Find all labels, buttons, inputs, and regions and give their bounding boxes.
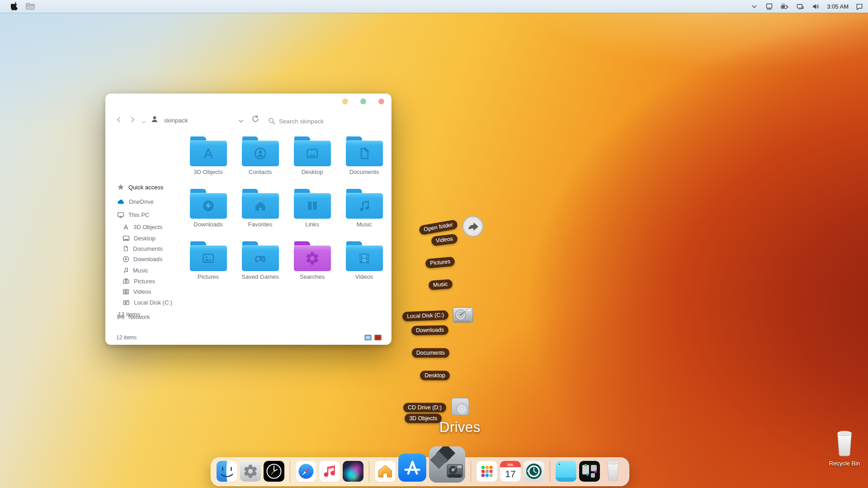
folder-label: Saved Games [241,273,278,280]
forward-button[interactable] [129,116,136,125]
folder-label: Documents [349,169,379,175]
folder-icon [346,189,383,219]
explorer-window: skinpack Quick accessOneDriveThis PC3D O… [105,94,392,345]
sidebar-item-label: Quick access [128,184,163,191]
chevron-down-icon[interactable] [750,3,758,10]
sidebar-item-pictures[interactable]: Pictures [123,277,155,286]
minimize-button[interactable] [342,99,348,104]
apple-menu-icon[interactable] [11,2,18,10]
address-chevron-down-icon[interactable] [238,117,244,126]
folder-videos[interactable]: Videos [340,241,389,294]
dock-drives-stack-icon[interactable] [429,446,465,483]
sidebar-item-label: 3D Objects [133,224,162,230]
sidebar-item-music[interactable]: Music [123,266,148,275]
dock-time-machine-icon[interactable] [524,461,544,482]
folder-contacts[interactable]: Contacts [236,136,285,189]
folder-desktop[interactable]: Desktop [288,136,337,189]
dock-calendar-icon[interactable]: JUL17 [500,461,521,482]
finder-folder-menu-icon[interactable] [26,3,35,10]
folder-documents[interactable]: Documents [340,136,389,189]
dock-stickies-icon[interactable] [556,461,576,482]
folder-icon [294,189,331,219]
folder-pictures[interactable]: Pictures [184,241,233,294]
display-icon[interactable] [796,3,805,10]
sidebar-item-downloads[interactable]: Downloads [123,254,162,263]
sidebar-item-label: Videos [133,288,151,295]
back-button[interactable] [115,116,123,125]
sidebar-item-3d-objects[interactable]: 3D Objects [123,222,162,231]
sidebar-item-this-pc[interactable]: This PC [117,210,149,219]
details-view-button[interactable] [364,334,372,343]
volume-icon[interactable] [811,3,820,10]
stack-item-cd-drive-d[interactable]: CD Drive (D:) [450,397,470,418]
folder-favorites[interactable]: Favorites [236,189,285,241]
dock-home-icon[interactable] [375,461,396,482]
folder-links[interactable]: Links [288,189,337,241]
folder-3d-objects[interactable]: 3D Objects [184,136,233,189]
close-button[interactable] [378,99,384,104]
dock-mission-control-icon[interactable] [579,461,600,482]
preview-item-count: 12 items [118,311,140,318]
stack-item-label: Music [429,279,453,291]
gear-glyph [294,245,331,271]
svg-text:JUL: JUL [507,463,514,467]
folder-icon [242,136,279,166]
document-icon [123,245,129,252]
folder-icon [294,136,331,166]
stack-item-label: Pictures [425,257,455,269]
search-icon [268,117,275,125]
dock-app-store-icon[interactable] [398,454,426,482]
dock-finder-icon[interactable] [217,461,237,482]
stack-item-local-disk-c[interactable]: Local Disk (C:) [453,305,473,326]
dock-clock-icon[interactable] [264,461,284,482]
stack-item-label: Videos [431,234,458,246]
menu-bar: 3:05 AM [0,0,868,13]
disk-icon [123,299,130,306]
zoom-button[interactable] [360,99,366,104]
folder-grid: 3D ObjectsContactsDesktopDocumentsDownlo… [182,136,390,294]
folder-label: Desktop [302,169,323,175]
dock-launchpad-icon[interactable] [476,461,497,482]
folder-music[interactable]: Music [340,189,389,241]
refresh-icon[interactable] [251,115,259,125]
sidebar-item-documents[interactable]: Documents [123,244,163,253]
battery-icon[interactable] [780,3,789,10]
folder-icon [190,136,227,166]
sidebar-item-desktop[interactable]: Desktop [123,234,156,243]
tray-clock[interactable]: 3:05 AM [827,3,849,10]
dock-settings-icon[interactable] [240,461,261,482]
folder-icon [190,241,227,271]
house-glyph [242,193,279,219]
dock-trash-icon[interactable] [603,459,623,482]
breadcrumb[interactable]: skinpack [164,117,188,124]
recycle-bin[interactable]: Recycle Bin [817,429,868,467]
folder-label: Music [357,221,372,228]
stack-item-open-folder[interactable]: Open folder [462,215,484,239]
folder-downloads[interactable]: Downloads [184,189,233,241]
gamepad-glyph [242,245,279,271]
folder-searches[interactable]: Searches [288,241,337,294]
book-glyph [294,193,331,219]
search-input[interactable] [279,118,365,125]
selected-folder-preview: 12 items [113,310,140,318]
search-box[interactable] [268,116,381,127]
action-center-icon[interactable] [855,3,863,10]
folder-saved-games[interactable]: Saved Games [236,241,285,294]
dock-music-icon[interactable] [319,461,340,482]
tablet-icon[interactable] [765,2,774,10]
film-icon [123,288,129,295]
dock-safari-icon[interactable] [296,461,316,482]
status-item-count: 12 items [116,334,137,341]
stack-item-label: 3D Objects [405,414,442,423]
dock-siri-icon[interactable] [343,461,363,482]
sidebar-item-label: Pictures [134,278,155,285]
icons-view-button[interactable] [374,334,382,343]
sidebar-item-quick-access[interactable]: Quick access [117,183,163,192]
sidebar-item-videos[interactable]: Videos [123,287,151,296]
system-tray: 3:05 AM [750,2,863,10]
folder-label: Videos [355,273,373,280]
recent-locations-chevron-icon[interactable] [141,118,146,126]
sidebar-item-onedrive[interactable]: OneDrive [117,197,154,206]
stack-label: Drives [439,419,481,436]
sidebar-item-local-disk-c[interactable]: Local Disk (C:) [123,298,172,307]
